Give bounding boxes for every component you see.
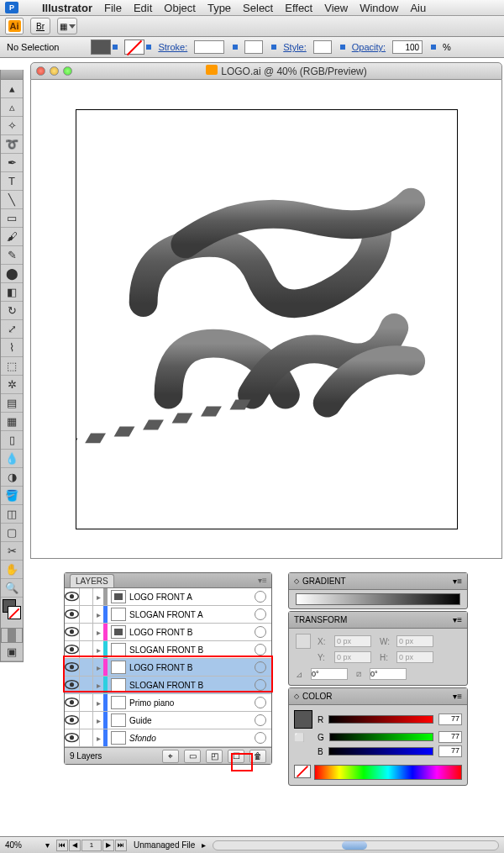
b-value[interactable]: 77	[438, 745, 462, 757]
h-input[interactable]	[396, 651, 433, 663]
direct-selection-tool[interactable]: ▵	[1, 98, 23, 117]
pencil-tool[interactable]: ✎	[1, 246, 23, 265]
app-switcher-icon[interactable]: P	[5, 2, 18, 13]
style-label[interactable]: Style:	[283, 42, 307, 52]
slice-tool[interactable]: ✂	[1, 542, 23, 561]
new-layer-button[interactable]: ☐	[228, 750, 244, 763]
toolbox-grip[interactable]	[1, 70, 23, 80]
lock-toggle[interactable]	[80, 729, 93, 746]
layer-row[interactable]: ▸LOGO FRONT A	[65, 588, 271, 606]
artboard[interactable]	[76, 109, 458, 529]
opacity-dropdown-icon[interactable]	[431, 45, 436, 50]
brush-def-button[interactable]	[244, 40, 263, 54]
pen-tool[interactable]: ✒	[1, 154, 23, 172]
panel-menu-icon[interactable]: ▾≡	[453, 577, 462, 586]
gradient-header[interactable]: ◇GRADIENT▾≡	[289, 573, 467, 590]
stroke-weight-input[interactable]	[194, 40, 224, 54]
selection-tool[interactable]: ▴	[1, 80, 23, 98]
paintbrush-tool[interactable]: 🖌	[1, 228, 23, 246]
target-icon[interactable]	[255, 697, 266, 708]
transform-header[interactable]: TRANSFORM▾≡	[289, 612, 467, 629]
layer-name[interactable]: Sfondo	[129, 734, 255, 743]
expand-icon[interactable]: ▸	[93, 698, 103, 708]
symbol-sprayer-tool[interactable]: ✲	[1, 376, 23, 394]
eyedropper-tool[interactable]: 💧	[1, 450, 23, 468]
r-slider[interactable]	[328, 715, 433, 724]
stroke-swatch[interactable]	[124, 39, 144, 55]
bridge-button[interactable]: Br	[30, 18, 50, 34]
panel-menu-icon[interactable]: ▾≡	[258, 576, 266, 585]
r-value[interactable]: 77	[438, 713, 462, 725]
g-slider[interactable]	[329, 733, 433, 741]
expand-icon[interactable]: ▸	[93, 610, 103, 619]
menu-window[interactable]: Window	[360, 2, 398, 14]
x-input[interactable]	[334, 635, 371, 647]
prev-page-button[interactable]: ◀	[69, 840, 81, 851]
layer-row[interactable]: ▸Sfondo	[65, 729, 271, 747]
last-page-button[interactable]: ⏭	[115, 840, 127, 851]
blend-tool[interactable]: ◑	[1, 468, 23, 487]
expand-icon[interactable]: ▸	[93, 628, 103, 637]
warp-tool[interactable]: ⌇	[1, 339, 23, 357]
target-icon[interactable]	[255, 644, 266, 656]
layers-tab[interactable]: LAYERS	[70, 574, 114, 587]
layer-name[interactable]: SLOGAN FRONT B	[129, 681, 255, 690]
menu-effect[interactable]: Effect	[285, 2, 312, 14]
fill-swatch[interactable]	[91, 39, 111, 55]
eraser-tool[interactable]: ◧	[1, 283, 23, 302]
layers-panel-header[interactable]: LAYERS ▾≡	[65, 573, 271, 588]
menu-file[interactable]: File	[104, 2, 122, 14]
menu-type[interactable]: Type	[207, 2, 231, 14]
rotate-input[interactable]	[311, 668, 348, 680]
locate-layer-button[interactable]: ⌖	[162, 750, 179, 763]
visibility-toggle[interactable]	[65, 641, 80, 658]
visibility-toggle[interactable]	[65, 712, 80, 729]
w-input[interactable]	[396, 635, 433, 647]
panel-menu-icon[interactable]: ▾≡	[453, 615, 462, 624]
target-icon[interactable]	[255, 626, 266, 638]
lock-toggle[interactable]	[80, 624, 93, 640]
rotate-tool[interactable]: ↻	[1, 302, 23, 320]
target-icon[interactable]	[255, 714, 266, 726]
lock-toggle[interactable]	[80, 677, 93, 693]
target-icon[interactable]	[255, 732, 266, 744]
layer-row[interactable]: ▸SLOGAN FRONT B	[65, 641, 271, 659]
menu-object[interactable]: Object	[164, 2, 196, 14]
lasso-tool[interactable]: ➰	[1, 135, 23, 154]
shear-input[interactable]	[370, 668, 407, 680]
layer-name[interactable]: SLOGAN FRONT B	[129, 645, 255, 655]
layer-name[interactable]: LOGO FRONT B	[129, 663, 255, 672]
panel-menu-icon[interactable]: ▾≡	[453, 692, 462, 701]
g-value[interactable]: 77	[438, 731, 462, 743]
color-header[interactable]: ◇COLOR▾≡	[289, 688, 467, 705]
layer-row[interactable]: ▸LOGO FRONT B	[65, 624, 271, 641]
lock-toggle[interactable]	[80, 641, 93, 658]
scale-tool[interactable]: ⤢	[1, 320, 23, 339]
gradient-preview[interactable]	[296, 593, 460, 605]
arrange-docs-button[interactable]: ▦	[57, 18, 77, 34]
h-scrollbar[interactable]	[213, 840, 499, 850]
color-block[interactable]	[1, 598, 23, 628]
target-icon[interactable]	[255, 591, 266, 603]
draw-mode[interactable]	[1, 628, 23, 643]
gradient-tool[interactable]: ▯	[1, 431, 23, 450]
fill-dropdown-icon[interactable]	[113, 45, 118, 50]
expand-icon[interactable]: ▸	[93, 663, 103, 672]
visibility-toggle[interactable]	[65, 659, 80, 676]
spectrum-picker[interactable]	[314, 765, 462, 780]
opacity-input[interactable]	[392, 40, 423, 54]
brush-dropdown-icon[interactable]	[271, 45, 276, 50]
stroke-weight-dropdown-icon[interactable]	[233, 45, 238, 50]
style-swatch[interactable]	[313, 40, 332, 54]
new-sublayer-button[interactable]: ◰	[206, 750, 223, 763]
visibility-toggle[interactable]	[65, 588, 80, 605]
visibility-toggle[interactable]	[65, 677, 80, 693]
lock-toggle[interactable]	[80, 694, 93, 711]
hand-tool[interactable]: ✋	[1, 561, 23, 579]
visibility-toggle[interactable]	[65, 729, 80, 746]
page-input[interactable]: 1	[81, 840, 102, 851]
target-icon[interactable]	[255, 679, 266, 691]
layer-name[interactable]: Primo piano	[129, 698, 255, 708]
expand-icon[interactable]: ▸	[93, 645, 103, 655]
layer-name[interactable]: LOGO FRONT A	[129, 592, 255, 602]
